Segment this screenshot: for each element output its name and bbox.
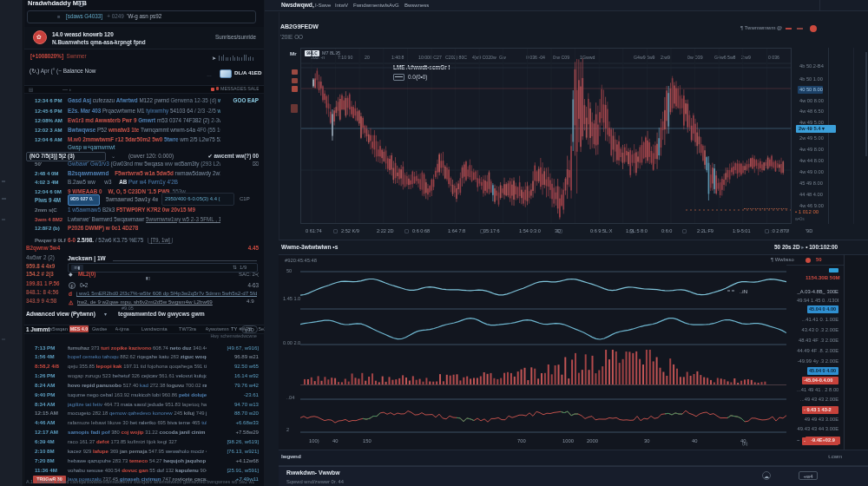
svg-text:..iN: ..iN [740, 289, 747, 294]
